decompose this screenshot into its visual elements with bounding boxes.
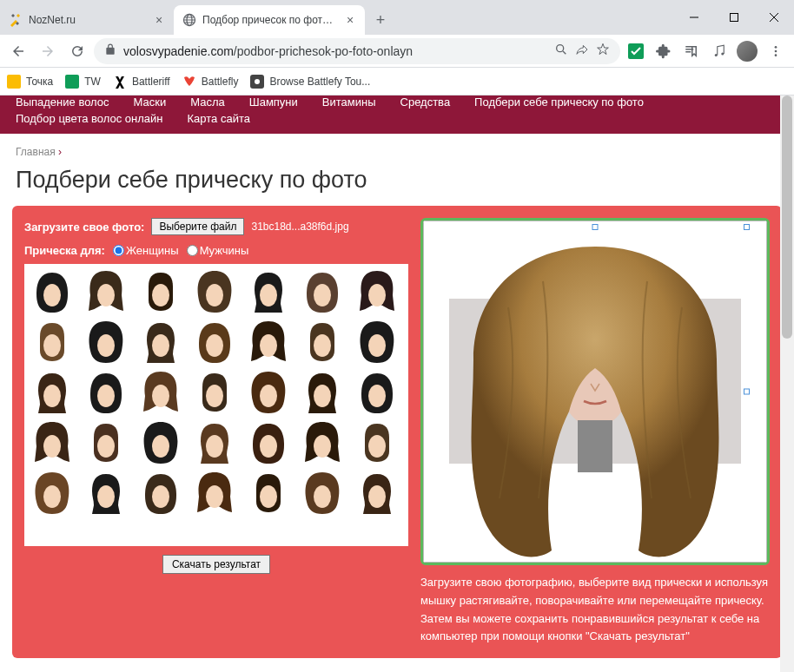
hairstyle-gallery[interactable]	[24, 264, 408, 546]
resize-handle[interactable]	[744, 389, 750, 395]
page-content: Выпадение волосМаскиМаслаШампуниВитамины…	[0, 96, 794, 672]
close-window-button[interactable]	[754, 0, 794, 35]
hairstyle-thumbnail[interactable]	[190, 368, 239, 417]
hairstyle-thumbnail[interactable]	[82, 469, 130, 517]
svg-point-24	[206, 334, 223, 357]
window-titlebar: NozNet.ru × Подбор причесок по фото онла…	[0, 0, 794, 35]
hairstyle-thumbnail[interactable]	[136, 267, 185, 316]
hairstyle-thumbnail[interactable]	[298, 267, 347, 316]
svg-point-35	[43, 435, 61, 458]
minimize-button[interactable]	[674, 0, 714, 35]
hairstyle-thumbnail[interactable]	[82, 418, 130, 467]
hairstyle-thumbnail[interactable]	[353, 469, 401, 517]
tab-title: NozNet.ru	[29, 14, 147, 26]
forward-button[interactable]	[35, 38, 61, 64]
back-button[interactable]	[5, 38, 31, 64]
resize-handle[interactable]	[744, 224, 750, 230]
music-icon[interactable]	[707, 39, 731, 63]
hairstyle-thumbnail[interactable]	[136, 418, 185, 467]
gender-label: Прическа для:	[24, 244, 105, 257]
hairstyle-thumbnail[interactable]	[353, 418, 401, 467]
bookmark-item[interactable]: Battleriff	[113, 75, 170, 89]
hairstyle-thumbnail[interactable]	[244, 267, 293, 316]
hairstyle-thumbnail[interactable]	[82, 368, 130, 417]
menu-button[interactable]	[763, 38, 789, 64]
svg-point-16	[152, 284, 169, 306]
radio-male[interactable]: Мужчины	[182, 244, 249, 257]
svg-point-30	[152, 385, 169, 407]
share-icon[interactable]	[575, 43, 589, 59]
download-button[interactable]: Скачать результат	[162, 555, 270, 574]
maximize-button[interactable]	[714, 0, 754, 35]
hairstyle-thumbnail[interactable]	[190, 469, 239, 517]
svg-point-28	[43, 385, 61, 407]
svg-point-27	[368, 334, 386, 357]
svg-point-36	[97, 435, 115, 458]
hairstyle-thumbnail[interactable]	[28, 267, 76, 316]
hairstyle-thumbnail[interactable]	[244, 368, 293, 417]
hairstyle-thumbnail[interactable]	[353, 318, 401, 366]
hairstyle-thumbnail[interactable]	[353, 267, 401, 316]
svg-point-39	[260, 435, 277, 458]
close-icon[interactable]: ×	[344, 14, 356, 26]
star-icon[interactable]	[596, 43, 610, 59]
hairstyle-thumbnail[interactable]	[28, 418, 76, 467]
choose-file-button[interactable]: Выберите файл	[151, 218, 244, 235]
svg-point-34	[368, 385, 386, 407]
extensions-icon[interactable]	[652, 39, 676, 63]
close-icon[interactable]: ×	[153, 14, 165, 26]
extension-checkmark-icon[interactable]	[624, 39, 648, 63]
svg-point-3	[557, 45, 564, 52]
hairstyle-thumbnail[interactable]	[28, 318, 76, 366]
svg-point-43	[97, 485, 115, 508]
radio-female[interactable]: Женщины	[108, 244, 179, 257]
svg-point-8	[775, 49, 777, 52]
svg-point-5	[715, 54, 718, 56]
hairstyle-thumbnail[interactable]	[244, 318, 293, 366]
profile-avatar[interactable]	[735, 39, 759, 63]
hairstyle-thumbnail[interactable]	[298, 318, 347, 366]
bookmark-item[interactable]: TW	[65, 75, 101, 89]
hairstyle-thumbnail[interactable]	[136, 368, 185, 417]
bookmarks-bar: Точка TW Battleriff Battlefly Browse Bat…	[0, 68, 794, 96]
hairstyle-thumbnail[interactable]	[244, 469, 293, 517]
hairstyle-thumbnail[interactable]	[244, 418, 293, 467]
svg-point-40	[314, 435, 331, 458]
svg-point-25	[260, 334, 277, 357]
reload-button[interactable]	[64, 38, 90, 64]
bookmark-item[interactable]: Battlefly	[182, 75, 239, 89]
svg-point-31	[206, 385, 223, 407]
svg-point-33	[314, 385, 331, 407]
hairstyle-thumbnail[interactable]	[28, 469, 76, 517]
hairstyle-thumbnail[interactable]	[298, 469, 347, 517]
svg-rect-10	[7, 75, 21, 89]
site-nav: Выпадение волосМаскиМаслаШампуниВитамины…	[0, 96, 794, 134]
bookmark-item[interactable]: Точка	[7, 75, 53, 89]
new-tab-button[interactable]: +	[368, 8, 393, 32]
bookmark-item[interactable]: Browse Battlefy Tou...	[250, 75, 370, 89]
hairstyle-thumbnail[interactable]	[28, 368, 76, 417]
hairstyle-thumbnail[interactable]	[353, 368, 401, 417]
hairstyle-thumbnail[interactable]	[136, 469, 185, 517]
resize-handle[interactable]	[592, 224, 599, 230]
preview-canvas[interactable]	[420, 218, 770, 565]
browser-tab[interactable]: NozNet.ru ×	[0, 5, 174, 35]
hairstyle-thumbnail[interactable]	[298, 368, 347, 417]
lock-icon	[104, 43, 116, 58]
hairstyle-overlay[interactable]	[439, 238, 751, 565]
hairstyle-thumbnail[interactable]	[190, 318, 239, 366]
page-scrollbar[interactable]	[780, 96, 794, 672]
hairstyle-thumbnail[interactable]	[82, 267, 130, 316]
instructions-text: Загрузите свою фотографию, выберите вид …	[420, 574, 770, 646]
hairstyle-widget: Загрузите свое фото: Выберите файл 31bc1…	[12, 206, 782, 658]
browser-tab-active[interactable]: Подбор причесок по фото онла ×	[174, 5, 365, 35]
hairstyle-thumbnail[interactable]	[190, 267, 239, 316]
hairstyle-thumbnail[interactable]	[190, 418, 239, 467]
hairstyle-thumbnail[interactable]	[298, 418, 347, 467]
hairstyle-thumbnail[interactable]	[136, 318, 185, 366]
svg-rect-11	[65, 75, 79, 89]
hairstyle-thumbnail[interactable]	[82, 318, 130, 366]
address-bar[interactable]: volosvypadenie.com/podbor-prichesok-po-f…	[94, 38, 620, 64]
search-icon[interactable]	[554, 43, 568, 59]
reading-list-icon[interactable]	[679, 39, 704, 63]
